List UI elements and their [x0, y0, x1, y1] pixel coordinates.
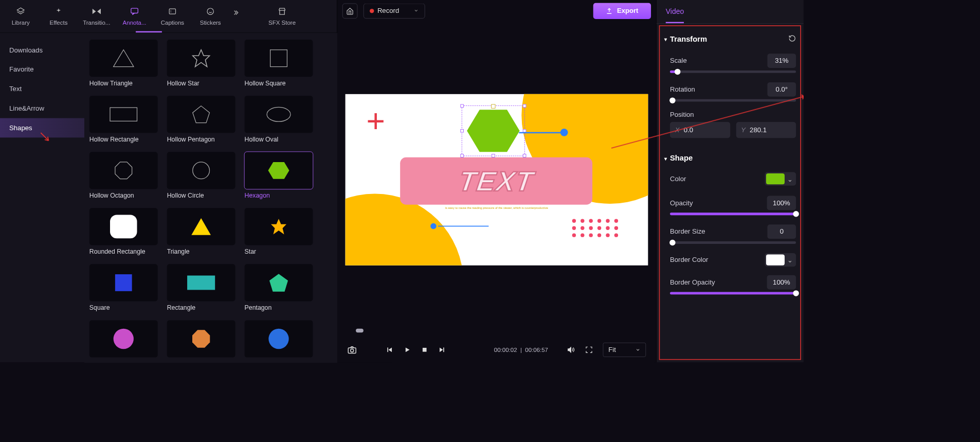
play-button[interactable] — [404, 346, 410, 353]
rotation-slider[interactable] — [670, 99, 796, 102]
canvas-dot-2 — [430, 223, 436, 228]
scale-slider-thumb[interactable] — [675, 69, 680, 75]
shape-hollow-octagon[interactable]: Hollow Octagon — [89, 152, 158, 199]
shape-hollow-oval[interactable]: Hollow Oval — [245, 96, 313, 143]
sidebar-shapes[interactable]: Shapes — [0, 118, 84, 138]
svg-point-26 — [351, 349, 354, 352]
shape-hollow-square[interactable]: Hollow Square — [245, 40, 313, 86]
properties-tab-video[interactable]: Video — [666, 8, 684, 23]
border-size-value[interactable]: 0 — [767, 224, 796, 239]
snapshot-button[interactable] — [348, 346, 357, 354]
fullscreen-button[interactable] — [585, 346, 593, 353]
sidebar-favorite[interactable]: Favorite — [0, 60, 84, 79]
sidebar-text[interactable]: Text — [0, 79, 84, 99]
zoom-fit-dropdown[interactable]: Fit — [603, 343, 646, 357]
scrub-bar[interactable] — [348, 328, 646, 333]
more-tabs-button[interactable] — [229, 4, 242, 21]
opacity-slider[interactable] — [670, 213, 796, 215]
svg-marker-31 — [440, 347, 443, 352]
record-button[interactable]: Record — [364, 4, 425, 19]
shape-octagon-filled[interactable] — [167, 320, 235, 357]
opacity-value[interactable]: 100% — [767, 196, 796, 210]
tutorial-pointer-icon — [39, 131, 50, 143]
shape-hollow-pentagon[interactable]: Hollow Pentagon — [167, 96, 235, 143]
svg-rect-32 — [443, 347, 444, 352]
selected-hexagon-shape[interactable] — [464, 105, 523, 156]
rotation-label: Rotation — [670, 85, 695, 93]
shape-rounded-rectangle[interactable]: Rounded Rectangle — [89, 208, 158, 255]
scale-slider[interactable] — [670, 70, 796, 73]
shape-hollow-circle[interactable]: Hollow Circle — [167, 152, 235, 199]
svg-rect-9 — [110, 108, 137, 121]
opacity-slider-thumb[interactable] — [793, 211, 798, 217]
svg-point-21 — [114, 329, 134, 349]
caret-down-icon: ▾ — [664, 37, 667, 42]
resize-handle-ne[interactable] — [523, 104, 527, 108]
prev-frame-button[interactable] — [386, 346, 393, 353]
position-x-input[interactable]: X0.0 — [670, 122, 730, 138]
shape-pentagon[interactable]: Pentagon — [245, 264, 313, 311]
tab-effects[interactable]: Effects — [40, 4, 78, 29]
svg-marker-24 — [467, 110, 520, 152]
border-size-slider-thumb[interactable] — [669, 240, 675, 245]
sidebar-shapes-label: Shapes — [9, 124, 32, 131]
border-opacity-slider[interactable] — [670, 292, 796, 294]
preview-canvas[interactable]: + TEXT is easy to cause the reading pres… — [346, 94, 648, 265]
resize-handle-se[interactable] — [523, 154, 527, 157]
sparkle-icon — [55, 7, 63, 16]
sidebar-line-arrow[interactable]: Line&Arrow — [0, 99, 84, 118]
svg-marker-22 — [192, 330, 210, 347]
shape-hollow-rectangle[interactable]: Hollow Rectangle — [89, 96, 158, 143]
volume-button[interactable] — [567, 346, 575, 353]
next-frame-button[interactable] — [439, 346, 445, 353]
shape-star[interactable]: Star — [245, 208, 313, 255]
reset-transform-button[interactable] — [788, 34, 796, 44]
section-transform-header[interactable]: ▾ Transform — [664, 30, 796, 51]
store-icon — [278, 7, 286, 16]
stop-button[interactable] — [422, 346, 427, 353]
shape-circle-blue[interactable] — [245, 320, 313, 357]
svg-rect-15 — [110, 215, 137, 238]
canvas-line-2 — [438, 225, 488, 226]
rotation-slider-thumb[interactable] — [669, 97, 675, 103]
border-color-picker[interactable]: ⌄ — [765, 253, 796, 267]
svg-marker-17 — [271, 219, 286, 234]
border-opacity-value[interactable]: 100% — [767, 275, 796, 290]
tab-sfx-store[interactable]: SFX Store — [263, 4, 301, 29]
top-tabs: Library Effects Transitio... Annota... — [0, 0, 337, 33]
position-y-input[interactable]: Y280.1 — [736, 122, 796, 138]
border-size-slider[interactable] — [670, 241, 796, 244]
home-button[interactable] — [342, 4, 358, 19]
section-shape-header[interactable]: ▾ Shape — [664, 147, 796, 170]
border-opacity-slider-thumb[interactable] — [793, 290, 798, 296]
shape-hollow-star[interactable]: Hollow Star — [167, 40, 235, 86]
shape-square[interactable]: Square — [89, 264, 158, 311]
shape-triangle[interactable]: Triangle — [167, 208, 235, 255]
canvas-dot-grid — [572, 219, 619, 237]
svg-marker-2 — [97, 9, 101, 14]
tab-captions[interactable]: Captions — [153, 4, 191, 29]
shape-circle[interactable] — [89, 320, 158, 357]
canvas-text-banner: TEXT — [400, 157, 592, 204]
tab-underline — [136, 31, 162, 32]
sidebar-downloads[interactable]: Downloads — [0, 41, 84, 60]
tab-stickers-label: Stickers — [200, 20, 221, 26]
color-picker[interactable]: ⌄ — [765, 172, 796, 186]
shape-hollow-triangle[interactable]: Hollow Triangle — [89, 40, 158, 86]
chevron-down-icon: ⌄ — [785, 175, 795, 183]
svg-point-11 — [267, 107, 291, 121]
svg-marker-1 — [93, 9, 96, 14]
shape-hexagon[interactable]: Hexagon — [245, 152, 313, 199]
section-transform-label: Transform — [670, 35, 707, 44]
scale-value[interactable]: 31% — [767, 54, 796, 68]
tab-transitions[interactable]: Transitio... — [78, 4, 116, 29]
tab-library[interactable]: Library — [2, 4, 40, 29]
export-button[interactable]: Export — [593, 3, 651, 19]
tab-annotations[interactable]: Annota... — [116, 4, 154, 29]
rotation-value[interactable]: 0.0° — [767, 82, 796, 97]
shape-rectangle[interactable]: Rectangle — [167, 264, 235, 311]
tab-stickers[interactable]: Stickers — [191, 4, 229, 29]
scrub-thumb[interactable] — [356, 329, 364, 332]
smile-icon — [207, 7, 214, 16]
record-dot-icon — [370, 9, 374, 13]
